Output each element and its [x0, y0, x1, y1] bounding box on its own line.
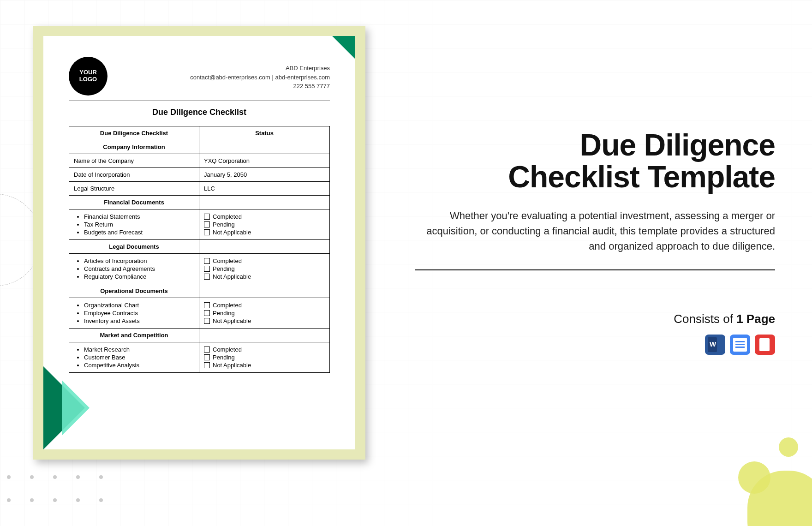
google-docs-icon [730, 335, 750, 355]
template-title: Due Diligence Checklist Template [415, 129, 775, 193]
template-description: Whether you're evaluating a potential in… [415, 208, 775, 254]
company-name: ABD Enterprises [190, 64, 330, 73]
checkbox-option: Pending [204, 309, 325, 317]
checkbox-option: Completed [204, 301, 325, 309]
section-header: Market and Competition [69, 329, 199, 342]
section-header: Company Information [69, 140, 199, 154]
page-count: Consists of 1 Page [415, 312, 775, 326]
info-value: LLC [199, 182, 329, 195]
checkbox-option: Not Applicable [204, 228, 325, 236]
checkbox-option: Pending [204, 265, 325, 273]
decorative-dots [7, 475, 127, 508]
word-icon [705, 335, 725, 355]
company-contact: contact@abd-enterprises.com | abd-enterp… [190, 73, 330, 82]
info-value: YXQ Corporation [199, 154, 329, 167]
description-panel: Due Diligence Checklist Template Whether… [415, 129, 775, 355]
section-header: Legal Documents [69, 240, 199, 253]
company-header: ABD Enterprises contact@abd-enterprises.… [190, 64, 330, 91]
logo-text-1: YOUR [79, 69, 97, 76]
section-header: Financial Documents [69, 196, 199, 209]
checkbox-option: Pending [204, 221, 325, 228]
checklist-table: Due Diligence Checklist Status Company I… [69, 126, 330, 373]
logo-placeholder: YOUR LOGO [69, 57, 107, 96]
logo-text-2: LOGO [79, 76, 97, 83]
checkbox-option: Not Applicable [204, 361, 325, 369]
section-items: Financial Statements Tax Return Budgets … [74, 213, 194, 236]
checkbox-option: Completed [204, 213, 325, 221]
checkbox-option: Completed [204, 257, 325, 265]
section-items: Market Research Customer Base Competitiv… [74, 346, 194, 369]
info-value: January 5, 2050 [199, 168, 329, 181]
format-icons [415, 335, 775, 355]
document-page: YOUR LOGO ABD Enterprises contact@abd-en… [43, 36, 355, 449]
info-label: Date of Incorporation [69, 168, 199, 181]
section-items: Organizational Chart Employee Contracts … [74, 301, 194, 325]
company-phone: 222 555 7777 [190, 82, 330, 91]
status-options: Completed Pending Not Applicable [199, 254, 329, 284]
divider [415, 269, 775, 270]
checkbox-option: Not Applicable [204, 317, 325, 325]
decorative-blobs [706, 401, 812, 526]
section-items: Articles of Incorporation Contracts and … [74, 257, 194, 281]
info-label: Legal Structure [69, 182, 199, 195]
info-label: Name of the Company [69, 154, 199, 167]
status-options: Completed Pending Not Applicable [199, 342, 329, 372]
checkbox-option: Not Applicable [204, 273, 325, 281]
document-preview-panel: YOUR LOGO ABD Enterprises contact@abd-en… [33, 26, 365, 460]
checkbox-option: Completed [204, 346, 325, 353]
section-header: Operational Documents [69, 284, 199, 298]
status-options: Completed Pending Not Applicable [199, 209, 329, 239]
header-divider [69, 101, 330, 101]
status-options: Completed Pending Not Applicable [199, 298, 329, 328]
table-header-left: Due Diligence Checklist [69, 126, 199, 140]
document-title: Due Diligence Checklist [43, 108, 355, 117]
checkbox-option: Pending [204, 353, 325, 361]
table-header-right: Status [199, 126, 329, 140]
pdf-icon [755, 335, 775, 355]
